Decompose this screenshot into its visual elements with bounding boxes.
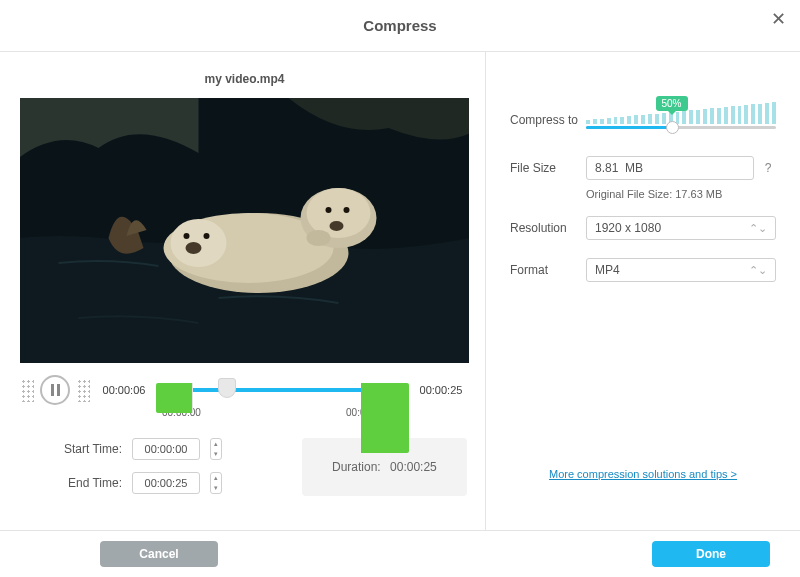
resolution-select[interactable]: 1920 x 1080 ⌃⌄ — [586, 216, 776, 240]
grip-icon — [76, 378, 90, 402]
svg-point-5 — [186, 242, 202, 254]
compress-slider[interactable]: 50% — [586, 102, 776, 138]
start-time-stepper[interactable]: ▴▾ — [210, 438, 222, 460]
duration-value: 00:00:25 — [390, 460, 437, 474]
chevron-updown-icon: ⌃⌄ — [749, 264, 767, 277]
duration-label: Duration: — [332, 460, 381, 474]
svg-point-6 — [184, 233, 190, 239]
dialog-header: Compress ✕ — [0, 0, 800, 52]
tips-link[interactable]: More compression solutions and tips > — [510, 468, 776, 480]
svg-point-7 — [204, 233, 210, 239]
compress-percent-badge: 50% — [656, 96, 688, 111]
compress-to-label: Compress to — [510, 113, 586, 127]
play-pause-button[interactable] — [40, 375, 70, 405]
compress-slider-knob[interactable] — [666, 121, 679, 134]
close-icon: ✕ — [771, 9, 786, 29]
timeline-slider[interactable] — [158, 375, 407, 405]
video-panel: my video.mp4 — [0, 52, 486, 530]
end-time-input[interactable] — [132, 472, 200, 494]
svg-point-10 — [330, 221, 344, 231]
end-time-stepper[interactable]: ▴▾ — [210, 472, 222, 494]
grip-icon — [20, 378, 34, 402]
resolution-value: 1920 x 1080 — [595, 221, 661, 235]
format-label: Format — [510, 263, 586, 277]
chevron-updown-icon: ⌃⌄ — [749, 222, 767, 235]
resolution-label: Resolution — [510, 221, 586, 235]
format-select[interactable]: MP4 ⌃⌄ — [586, 258, 776, 282]
svg-point-12 — [344, 207, 350, 213]
file-size-help[interactable]: ? — [760, 161, 776, 175]
current-time: 00:00:06 — [96, 384, 152, 396]
dialog-footer: Cancel Done — [0, 530, 800, 577]
playhead-handle[interactable] — [218, 378, 236, 398]
file-size-label: File Size — [510, 161, 586, 175]
start-time-label: Start Time: — [56, 442, 122, 456]
file-size-input[interactable] — [586, 156, 754, 180]
video-preview[interactable] — [20, 98, 469, 363]
start-time-input[interactable] — [132, 438, 200, 460]
original-file-size: Original File Size: 17.63 MB — [586, 188, 776, 200]
svg-point-11 — [326, 207, 332, 213]
end-time-label: End Time: — [56, 476, 122, 490]
video-filename: my video.mp4 — [20, 72, 469, 86]
playback-controls: 00:00:06 00:00:25 — [20, 375, 469, 405]
svg-point-4 — [171, 219, 227, 267]
svg-point-13 — [307, 230, 331, 246]
done-button[interactable]: Done — [652, 541, 770, 567]
settings-panel: Compress to 50% File Size ? Original Fil… — [486, 52, 800, 530]
dialog-title: Compress — [363, 17, 436, 34]
cancel-button[interactable]: Cancel — [100, 541, 218, 567]
pause-icon — [51, 384, 60, 396]
close-button[interactable]: ✕ — [766, 8, 790, 32]
format-value: MP4 — [595, 263, 620, 277]
help-icon: ? — [765, 161, 772, 175]
range-end-handle[interactable] — [361, 383, 409, 453]
range-start-handle[interactable] — [156, 383, 193, 413]
total-time: 00:00:25 — [413, 384, 469, 396]
